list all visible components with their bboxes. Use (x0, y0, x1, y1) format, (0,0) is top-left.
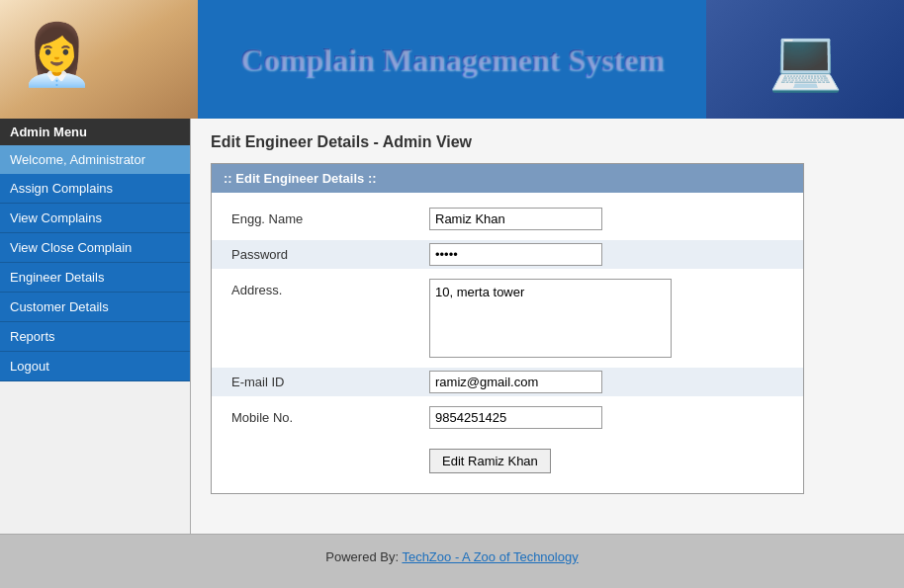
edit-box-header: :: Edit Engineer Details :: (212, 164, 803, 193)
page-title: Edit Engineer Details - Admin View (211, 133, 884, 151)
main-container: Admin Menu Welcome, Administrator Assign… (0, 119, 904, 534)
footer: Powered By: TechZoo - A Zoo of Technolog… (0, 534, 904, 579)
edit-button[interactable]: Edit Ramiz Khan (429, 449, 551, 473)
mobile-row: Mobile No. (231, 406, 783, 429)
address-label: Address. (231, 279, 429, 297)
email-input[interactable] (429, 371, 602, 393)
password-input[interactable] (429, 243, 602, 266)
sidebar-item-view-complains[interactable]: View Complains (0, 204, 190, 233)
engg-name-input[interactable] (429, 208, 602, 230)
sidebar-item-assign-complains[interactable]: Assign Complains (0, 174, 190, 204)
email-label: E-mail ID (231, 371, 429, 389)
edit-engineer-box: :: Edit Engineer Details :: Engg. Name P… (211, 163, 804, 494)
header: Complain Management System (0, 0, 904, 119)
sidebar-item-logout[interactable]: Logout (0, 352, 190, 381)
sidebar: Admin Menu Welcome, Administrator Assign… (0, 119, 191, 534)
edit-box-body: Engg. Name Password Address. 10, merta t… (212, 193, 803, 493)
email-row: E-mail ID (212, 368, 803, 396)
address-textarea[interactable]: 10, merta tower (429, 279, 672, 358)
header-center: Complain Management System (198, 42, 706, 78)
password-label: Password (231, 243, 429, 262)
footer-link[interactable]: TechZoo - A Zoo of Technology (402, 549, 578, 564)
sidebar-item-customer-details[interactable]: Customer Details (0, 293, 190, 322)
engg-name-label: Engg. Name (231, 208, 429, 226)
sidebar-item-reports[interactable]: Reports (0, 322, 190, 352)
footer-text: Powered By: (325, 549, 402, 564)
password-row: Password (212, 240, 803, 269)
address-row: Address. 10, merta tower (231, 279, 783, 358)
admin-menu-label: Admin Menu (0, 119, 190, 145)
mobile-label: Mobile No. (231, 406, 429, 425)
button-row: Edit Ramiz Khan (231, 439, 783, 473)
sidebar-item-view-close-complain[interactable]: View Close Complain (0, 233, 190, 263)
mobile-input[interactable] (429, 406, 602, 429)
sidebar-item-engineer-details[interactable]: Engineer Details (0, 263, 190, 293)
header-people-image (0, 0, 198, 119)
content-area: Edit Engineer Details - Admin View :: Ed… (191, 119, 904, 534)
header-laptop-image (706, 0, 904, 119)
app-title: Complain Management System (240, 42, 664, 78)
sidebar-item-welcome[interactable]: Welcome, Administrator (0, 145, 190, 174)
engg-name-row: Engg. Name (231, 208, 783, 230)
